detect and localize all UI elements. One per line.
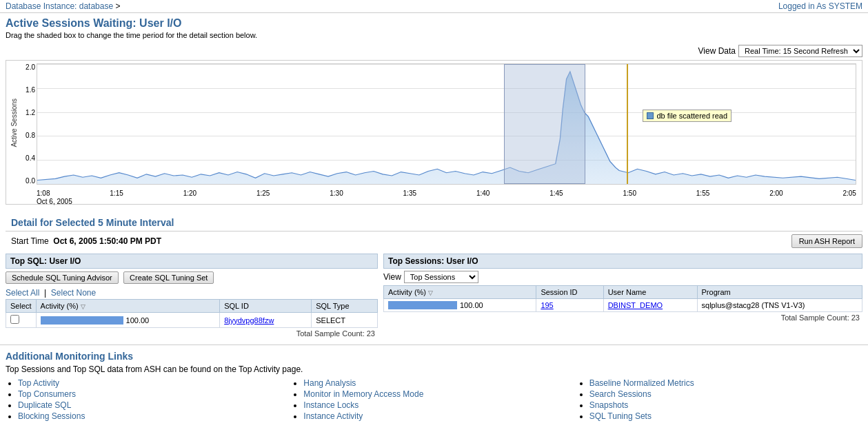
chart-cursor: [627, 64, 628, 184]
list-item: Blocking Sessions: [18, 411, 291, 421]
table-row: 100.00 195 DBINST_DEMO sqlplus@stacg28 (…: [384, 299, 862, 312]
y-tick-04: 0.4: [20, 154, 35, 162]
start-time-row: Start Time Oct 6, 2005 1:50:40 PM PDT Ru…: [0, 232, 868, 251]
x-tick-10: 1:55: [696, 189, 709, 197]
list-item: Instance Activity: [303, 411, 576, 421]
tooltip-swatch: [647, 112, 654, 119]
left-panel: Top SQL: User I/O Schedule SQL Tuning Ad…: [6, 254, 378, 339]
view-data-label: View Data: [698, 46, 736, 56]
list-item: Hang Analysis: [303, 378, 576, 388]
sql-tuning-sets-link[interactable]: SQL Tuning Sets: [589, 411, 652, 421]
hang-analysis-link[interactable]: Hang Analysis: [303, 378, 356, 388]
x-tick-6: 1:35: [403, 189, 416, 197]
breadcrumb-sep: >: [115, 1, 120, 11]
top-consumers-link[interactable]: Top Consumers: [18, 389, 76, 399]
snapshots-link[interactable]: Snapshots: [589, 400, 629, 410]
activity-value: 100.00: [126, 316, 150, 325]
chart-plot[interactable]: db file scattered read: [37, 63, 856, 185]
breadcrumb-link[interactable]: Database Instance: database: [6, 1, 113, 11]
x-tick-11: 2:00: [769, 189, 783, 197]
col-user-name: User Name: [603, 286, 697, 299]
activity-progress-bar: [41, 316, 123, 325]
view-label: View: [383, 272, 401, 282]
page-title: Active Sessions Waiting: User I/O: [0, 13, 868, 31]
col-sql-type: SQL Type: [312, 300, 378, 313]
y-axis-label: Active Sessions: [10, 99, 18, 147]
right-total-count: Total Sample Count: 23: [383, 312, 862, 323]
search-sessions-link[interactable]: Search Sessions: [589, 389, 652, 399]
additional-title: Additional Monitoring Links: [6, 351, 862, 362]
right-panel: Top Sessions: User I/O View Top Sessions…: [383, 254, 862, 339]
breadcrumb: Database Instance: database >: [6, 1, 120, 11]
x-axis-ticks: 1:08 1:15 1:20 1:25 1:30 1:35 1:40 1:45 …: [37, 189, 856, 197]
create-sql-btn[interactable]: Create SQL Tuning Set: [123, 271, 214, 284]
row-activity-cell: 100.00: [384, 299, 536, 312]
select-all-link[interactable]: Select All: [6, 288, 39, 298]
tooltip-text: db file scattered read: [656, 112, 727, 120]
start-time-display: Start Time Oct 6, 2005 1:50:40 PM PDT: [6, 235, 167, 247]
x-tick-8: 1:45: [549, 189, 563, 197]
list-item: Top Activity: [18, 378, 291, 388]
start-time-value: Oct 6, 2005 1:50:40 PM PDT: [53, 236, 161, 246]
instance-activity-link[interactable]: Instance Activity: [303, 411, 363, 421]
start-time-label: Start Time: [11, 236, 49, 246]
y-tick-20: 2.0: [20, 63, 35, 71]
detail-panels: Top SQL: User I/O Schedule SQL Tuning Ad…: [0, 251, 868, 342]
col-activity-pct: Activity (%) ▽: [36, 300, 220, 313]
row-sql-id: 8jyydvpg88fzw: [220, 313, 312, 328]
view-select[interactable]: Top Sessions Top SQL Top Consumers: [404, 271, 478, 283]
view-data-select[interactable]: Real Time: 15 Second Refresh Last 24 Hou…: [738, 45, 862, 57]
header-bar: Database Instance: database > Logged in …: [0, 0, 868, 13]
row-program: sqlplus@stacg28 (TNS V1-V3): [697, 299, 862, 312]
x-tick-3: 1:20: [183, 189, 196, 197]
select-none-link[interactable]: Select None: [51, 288, 96, 298]
x-tick-12: 2:05: [842, 189, 856, 197]
select-links-row: Select All | Select None: [6, 287, 378, 299]
activity-progress-bar: [388, 301, 457, 309]
chart-container: Active Sessions 2.0 1.6 1.2 0.8 0.4 0.0: [6, 60, 862, 205]
col-activity: Activity (%) ▽: [384, 286, 536, 299]
blocking-sessions-link[interactable]: Blocking Sessions: [18, 411, 85, 421]
top-activity-link[interactable]: Top Activity: [18, 378, 59, 388]
x-tick-5: 1:30: [330, 189, 343, 197]
row-sql-type: SELECT: [312, 313, 378, 328]
user-name-link[interactable]: DBINST_DEMO: [608, 301, 663, 309]
instance-locks-link[interactable]: Instance Locks: [303, 400, 359, 410]
session-id-link[interactable]: 195: [541, 301, 553, 309]
run-ash-button[interactable]: Run ASH Report: [791, 234, 862, 248]
left-total-count: Total Sample Count: 23: [6, 328, 378, 339]
right-panel-title: Top Sessions: User I/O: [383, 254, 862, 269]
row-checkbox-cell[interactable]: [6, 313, 37, 328]
schedule-sql-btn[interactable]: Schedule SQL Tuning Advisor: [6, 271, 119, 284]
sql-id-link[interactable]: 8jyydvpg88fzw: [224, 316, 274, 325]
links-col-2: Hang Analysis Monitor in Memory Access M…: [291, 378, 576, 422]
additional-section: Additional Monitoring Links Top Sessions…: [0, 344, 868, 428]
duplicate-sql-link[interactable]: Duplicate SQL: [18, 400, 71, 410]
additional-desc: Top Sessions and Top SQL data from ASH c…: [6, 364, 862, 374]
monitor-in-memory-link[interactable]: Monitor in Memory Access Mode: [303, 389, 423, 399]
x-tick-2: 1:15: [110, 189, 123, 197]
row-checkbox[interactable]: [10, 315, 19, 324]
view-data-row: View Data Real Time: 15 Second Refresh L…: [0, 42, 868, 60]
baseline-normalized-link[interactable]: Baseline Normalized Metrics: [589, 378, 694, 388]
x-tick-4: 1:25: [256, 189, 270, 197]
chart-svg: [37, 64, 856, 184]
x-tick-9: 1:50: [623, 189, 636, 197]
detail-header-wrapper: Detail for Selected 5 Minute Interval: [0, 205, 868, 232]
y-tick-00: 0.0: [20, 177, 35, 185]
logged-in-text: Logged in As SYSTEM: [778, 1, 862, 11]
y-tick-16: 1.6: [20, 86, 35, 94]
links-grid: Top Activity Top Consumers Duplicate SQL…: [6, 378, 862, 422]
activity-value: 100.00: [460, 301, 483, 309]
left-panel-btn-row: Schedule SQL Tuning Advisor Create SQL T…: [6, 269, 378, 287]
detail-section-title: Detail for Selected 5 Minute Interval: [6, 212, 862, 232]
col-session-id: Session ID: [536, 286, 603, 299]
y-tick-08: 0.8: [20, 132, 35, 139]
view-row: View Top Sessions Top SQL Top Consumers: [383, 269, 862, 285]
chart-selection-box[interactable]: [504, 64, 586, 184]
left-panel-table: Select Activity (%) ▽ SQL ID SQL Type 10…: [6, 299, 378, 328]
col-select: Select: [6, 300, 37, 313]
list-item: SQL Tuning Sets: [589, 411, 862, 421]
list-item: Snapshots: [589, 400, 862, 410]
x-tick-1: 1:08: [37, 189, 50, 197]
